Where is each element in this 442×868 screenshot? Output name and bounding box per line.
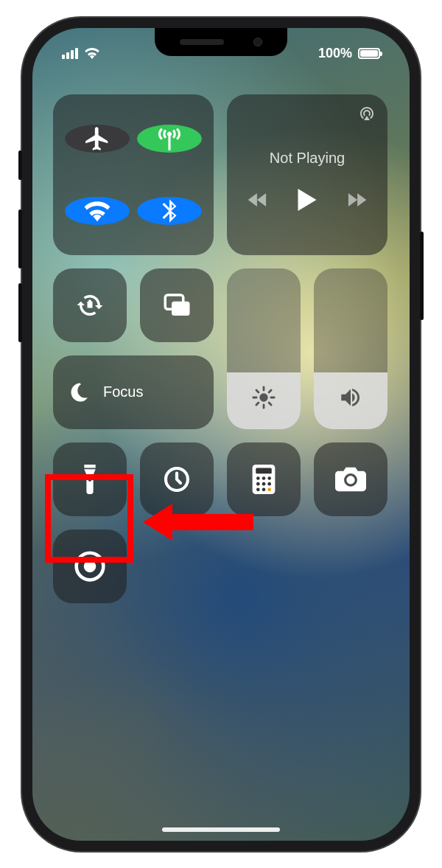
volume-icon	[338, 385, 363, 410]
focus-label: Focus	[103, 383, 143, 400]
svg-rect-1	[172, 301, 190, 315]
forward-icon	[346, 192, 367, 207]
orientation-lock-icon	[74, 290, 105, 321]
wifi-toggle[interactable]	[65, 197, 130, 225]
media-back-button[interactable]	[248, 192, 268, 210]
bluetooth-icon	[155, 197, 183, 225]
screen-mirroring-button[interactable]	[140, 268, 214, 342]
connectivity-group[interactable]	[53, 94, 214, 255]
wifi-status-icon	[84, 47, 100, 59]
svg-point-7	[262, 476, 266, 480]
camera-icon	[335, 467, 366, 492]
airplane-icon	[83, 125, 111, 153]
phone-frame: 100%	[22, 18, 420, 851]
annotation-highlight-box	[45, 474, 133, 563]
media-title-label: Not Playing	[270, 150, 345, 167]
mute-switch	[18, 150, 22, 180]
volume-up-hw	[18, 209, 22, 268]
media-controls-group[interactable]: Not Playing	[227, 94, 387, 255]
brightness-slider[interactable]	[227, 268, 301, 429]
wifi-icon	[83, 197, 111, 225]
moon-icon	[69, 381, 91, 403]
orientation-lock-toggle[interactable]	[53, 268, 127, 342]
brightness-icon	[251, 385, 276, 410]
volume-slider[interactable]	[314, 268, 387, 429]
volume-down-hw	[18, 283, 22, 342]
screen-mirroring-icon	[161, 290, 192, 321]
svg-point-12	[256, 487, 260, 491]
svg-rect-5	[256, 468, 272, 473]
battery-percent-label: 100%	[318, 46, 352, 61]
bluetooth-toggle[interactable]	[137, 197, 202, 225]
cellular-antenna-icon	[155, 125, 183, 153]
svg-point-10	[262, 482, 266, 485]
svg-point-13	[262, 487, 266, 491]
svg-point-8	[267, 476, 271, 480]
svg-point-14	[267, 487, 271, 491]
media-forward-button[interactable]	[346, 192, 367, 210]
timer-icon	[162, 465, 192, 494]
home-indicator[interactable]	[162, 827, 280, 832]
screen: 100%	[32, 28, 410, 841]
camera-button[interactable]	[314, 442, 387, 516]
media-play-button[interactable]	[298, 189, 317, 214]
svg-point-9	[256, 482, 260, 485]
annotation-arrow-icon	[143, 504, 253, 541]
focus-button[interactable]: Focus	[53, 355, 214, 429]
calculator-icon	[251, 465, 276, 494]
airplane-mode-toggle[interactable]	[65, 125, 130, 153]
power-hw	[420, 232, 424, 320]
backward-icon	[248, 192, 268, 207]
notch	[155, 28, 287, 56]
battery-icon	[358, 48, 380, 59]
airplay-icon[interactable]	[358, 105, 376, 122]
cellular-signal-icon	[62, 48, 78, 59]
svg-point-11	[267, 482, 271, 485]
svg-point-2	[259, 393, 267, 401]
play-icon	[298, 189, 317, 211]
cellular-data-toggle[interactable]	[137, 125, 202, 153]
svg-point-6	[256, 476, 260, 480]
